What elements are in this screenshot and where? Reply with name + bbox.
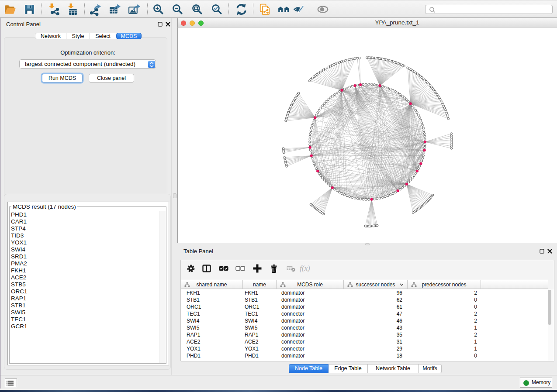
- svg-text:f(x): f(x): [300, 264, 310, 272]
